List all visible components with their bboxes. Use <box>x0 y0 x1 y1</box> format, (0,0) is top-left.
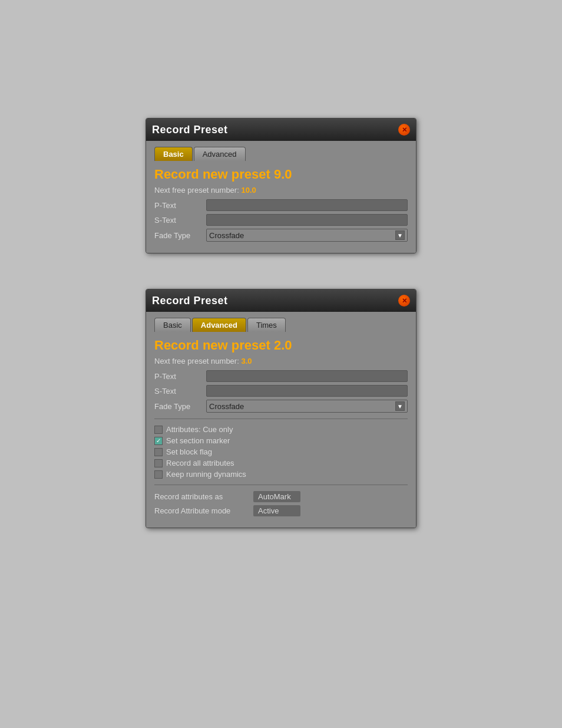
fadetype-arrow-1[interactable]: ▼ <box>395 230 405 240</box>
fadetype-value-1: Crossfade <box>209 231 244 240</box>
stext-label-2: S-Text <box>154 387 201 396</box>
dialog-2-body: Basic Advanced Times Record new preset 2… <box>146 312 416 528</box>
fadetype-select-1[interactable]: Crossfade ▼ <box>206 229 408 242</box>
dialog-2-title: Record Preset <box>152 295 228 307</box>
checkbox-label-block-flag: Set block flag <box>166 447 212 456</box>
record-attrs-label-0: Record attributes as <box>154 492 249 501</box>
fadetype-arrow-2[interactable]: ▼ <box>395 401 405 411</box>
record-attrs-row-1: Record Attribute mode Active <box>154 505 408 516</box>
checkbox-block-flag[interactable] <box>154 448 163 456</box>
record-attrs-label-1: Record Attribute mode <box>154 506 249 515</box>
dialog-2-fadetype-row: Fade Type Crossfade ▼ <box>154 400 408 413</box>
checkbox-record-all-attrs[interactable] <box>154 459 163 467</box>
dialog-2-close-button[interactable]: ✕ <box>398 295 410 307</box>
dialog-1-tabs: Basic Advanced <box>154 147 408 161</box>
dialog-2-stext-row: S-Text <box>154 385 408 397</box>
record-attrs-value-0[interactable]: AutoMark <box>253 491 300 502</box>
fadetype-label-1: Fade Type <box>154 231 201 240</box>
dialog-1-title: Record Preset <box>152 124 228 136</box>
dialog-2-next-free: Next free preset number: 3.0 <box>154 357 408 365</box>
record-attrs-row-0: Record attributes as AutoMark <box>154 491 408 502</box>
fadetype-label-2: Fade Type <box>154 402 201 411</box>
dialog-2-preset-title: Record new preset 2.0 <box>154 338 408 353</box>
checkbox-keep-running-dynamics[interactable] <box>154 470 163 479</box>
checkbox-label-keep-running-dynamics: Keep running dynamics <box>166 470 246 479</box>
ptext-input-1[interactable] <box>206 199 408 211</box>
checkbox-row-1: ✓ Set section marker <box>154 436 408 445</box>
stext-input-2[interactable] <box>206 385 408 397</box>
checkbox-row-2: Set block flag <box>154 447 408 456</box>
checkboxes-section: Attributes: Cue only ✓ Set section marke… <box>154 425 408 479</box>
tab-2-advanced[interactable]: Advanced <box>192 318 246 332</box>
dialog-1-close-button[interactable]: ✕ <box>398 124 410 136</box>
dialog-2-tabs: Basic Advanced Times <box>154 318 408 332</box>
dialog-2-titlebar: Record Preset ✕ <box>146 289 416 312</box>
fadetype-value-2: Crossfade <box>209 402 244 411</box>
checkbox-row-3: Record all attributes <box>154 459 408 467</box>
record-attrs-value-1[interactable]: Active <box>253 505 300 516</box>
checkbox-label-cue-only: Attributes: Cue only <box>166 425 233 434</box>
dialog-1: Record Preset ✕ Basic Advanced Record ne… <box>146 118 416 253</box>
dialog-2: Record Preset ✕ Basic Advanced Times Rec… <box>146 289 416 528</box>
checkbox-cue-only[interactable] <box>154 426 163 434</box>
dialog-2-ptext-row: P-Text <box>154 370 408 382</box>
tab-2-times[interactable]: Times <box>247 318 286 332</box>
ptext-label-2: P-Text <box>154 372 201 381</box>
checkbox-section-marker[interactable]: ✓ <box>154 437 163 445</box>
dialog-1-body: Basic Advanced Record new preset 9.0 Nex… <box>146 141 416 253</box>
divider-2 <box>154 485 408 485</box>
fadetype-select-2[interactable]: Crossfade ▼ <box>206 400 408 413</box>
dialog-1-stext-row: S-Text <box>154 214 408 226</box>
dialog-1-ptext-row: P-Text <box>154 199 408 211</box>
ptext-input-2[interactable] <box>206 370 408 382</box>
tab-2-basic[interactable]: Basic <box>154 318 191 332</box>
checkbox-row-4: Keep running dynamics <box>154 470 408 479</box>
tab-1-basic[interactable]: Basic <box>154 147 193 161</box>
checkbox-row-0: Attributes: Cue only <box>154 425 408 434</box>
divider-1 <box>154 419 408 419</box>
checkbox-label-record-all-attrs: Record all attributes <box>166 459 234 467</box>
dialog-1-next-free: Next free preset number: 10.0 <box>154 186 408 195</box>
stext-label-1: S-Text <box>154 216 201 225</box>
ptext-label-1: P-Text <box>154 201 201 210</box>
checkbox-label-section-marker: Set section marker <box>166 436 230 445</box>
dialog-1-preset-title: Record new preset 9.0 <box>154 167 408 182</box>
stext-input-1[interactable] <box>206 214 408 226</box>
tab-1-advanced[interactable]: Advanced <box>194 147 246 161</box>
dialog-1-titlebar: Record Preset ✕ <box>146 118 416 141</box>
dialog-1-fadetype-row: Fade Type Crossfade ▼ <box>154 229 408 242</box>
